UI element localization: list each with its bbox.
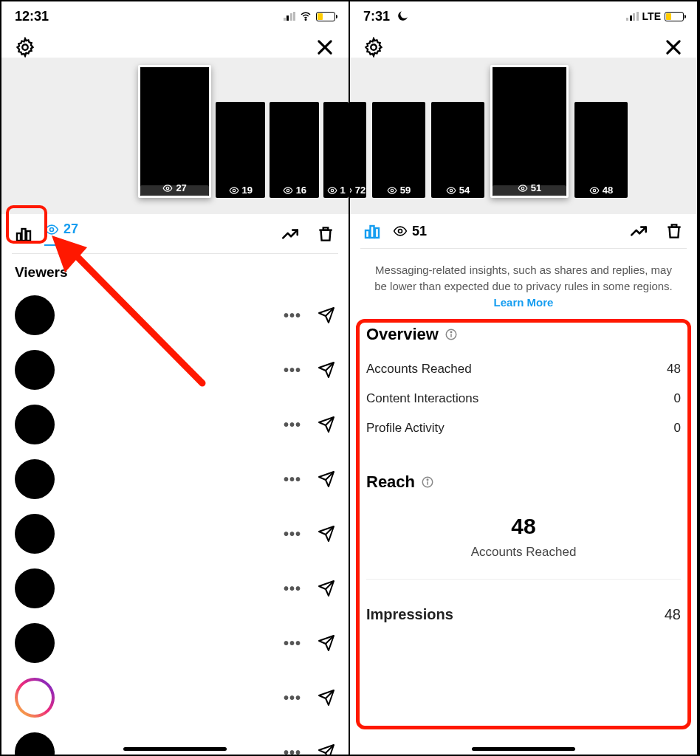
send-icon[interactable] xyxy=(318,361,335,379)
story-thumb[interactable]: 27 xyxy=(138,65,211,198)
avatar[interactable] xyxy=(15,732,55,755)
more-icon[interactable]: ••• xyxy=(284,362,301,379)
svg-point-20 xyxy=(521,187,524,190)
story-thumb[interactable]: 51 xyxy=(490,65,569,198)
avatar[interactable] xyxy=(15,405,55,444)
eye-icon xyxy=(393,224,408,238)
status-bar: 12:31 xyxy=(1,1,349,31)
more-icon[interactable]: ••• xyxy=(284,471,301,488)
share-trend-icon[interactable] xyxy=(281,224,300,244)
reach-heading: Reach xyxy=(350,468,697,502)
home-indicator xyxy=(123,747,227,751)
svg-point-25 xyxy=(399,230,402,233)
more-icon[interactable]: ••• xyxy=(284,744,301,755)
svg-point-0 xyxy=(305,19,306,21)
viewer-row[interactable]: ••• xyxy=(1,670,349,725)
trash-icon[interactable] xyxy=(665,221,684,241)
clock: 12:31 xyxy=(15,9,49,24)
story-thumb[interactable]: 54 xyxy=(431,102,484,198)
overview-row[interactable]: Content Interactions0 xyxy=(350,384,697,413)
more-icon[interactable]: ••• xyxy=(284,690,301,707)
privacy-notice: Messaging-related insights, such as shar… xyxy=(350,249,697,320)
story-thumb[interactable]: 59 xyxy=(372,102,425,198)
reach-block: 48 Accounts Reached xyxy=(350,502,697,579)
story-thumb[interactable]: 72 xyxy=(350,102,366,198)
gear-icon[interactable] xyxy=(15,37,35,58)
story-thumb[interactable]: 48 xyxy=(574,102,628,198)
learn-more-link[interactable]: Learn More xyxy=(494,296,554,309)
more-icon[interactable]: ••• xyxy=(284,580,301,597)
more-icon[interactable]: ••• xyxy=(284,416,301,433)
svg-point-28 xyxy=(450,331,452,333)
send-icon[interactable] xyxy=(318,580,335,597)
avatar[interactable] xyxy=(15,568,55,608)
send-icon[interactable] xyxy=(318,525,335,543)
send-icon[interactable] xyxy=(318,743,335,755)
svg-point-11 xyxy=(50,227,54,231)
viewer-row[interactable]: ••• xyxy=(1,397,349,452)
avatar[interactable] xyxy=(15,459,55,499)
send-icon[interactable] xyxy=(318,416,335,433)
battery-icon xyxy=(316,12,335,21)
network-label: LTE xyxy=(642,10,661,22)
viewer-row[interactable]: ••• xyxy=(1,506,349,561)
cell-signal-icon xyxy=(626,12,639,21)
viewer-row[interactable]: ••• xyxy=(1,452,349,506)
close-icon[interactable] xyxy=(663,37,684,58)
svg-line-12 xyxy=(69,249,202,383)
svg-rect-23 xyxy=(371,226,374,238)
story-thumb[interactable]: 19 xyxy=(216,102,265,198)
wifi-icon xyxy=(299,10,312,23)
svg-point-14 xyxy=(371,44,376,49)
insight-tabs: 51 xyxy=(350,214,697,248)
send-icon[interactable] xyxy=(318,634,335,652)
svg-point-31 xyxy=(427,479,428,481)
phone-left: 12:31 2719161 27 xyxy=(1,1,350,755)
story-thumb[interactable]: 16 xyxy=(270,102,319,198)
story-strip[interactable]: 7259545148 xyxy=(350,58,697,214)
reach-sublabel: Accounts Reached xyxy=(350,545,697,560)
svg-point-1 xyxy=(22,44,27,49)
cell-signal-icon xyxy=(284,12,296,21)
reach-number: 48 xyxy=(350,514,697,539)
svg-point-21 xyxy=(593,189,596,192)
story-strip[interactable]: 2719161 xyxy=(1,58,349,214)
svg-point-6 xyxy=(286,189,289,192)
svg-point-7 xyxy=(331,189,334,192)
avatar[interactable] xyxy=(15,678,55,718)
send-icon[interactable] xyxy=(318,470,335,488)
svg-point-5 xyxy=(233,189,236,192)
info-icon[interactable] xyxy=(445,328,458,341)
annotation-highlight-box xyxy=(6,205,47,244)
overview-row[interactable]: Profile Activity0 xyxy=(350,413,697,443)
svg-marker-13 xyxy=(52,236,87,272)
share-trend-icon[interactable] xyxy=(629,221,648,241)
overview-heading: Overview xyxy=(350,320,697,354)
views-tab[interactable]: 51 xyxy=(393,224,427,239)
send-icon[interactable] xyxy=(318,689,335,707)
more-icon[interactable]: ••• xyxy=(284,635,301,652)
info-icon[interactable] xyxy=(421,475,434,489)
gear-icon[interactable] xyxy=(363,37,384,58)
send-icon[interactable] xyxy=(318,306,335,324)
overview-row[interactable]: Accounts Reached48 xyxy=(350,354,697,384)
close-icon[interactable] xyxy=(315,37,335,58)
svg-point-19 xyxy=(450,189,453,192)
battery-icon xyxy=(665,12,684,21)
avatar[interactable] xyxy=(15,514,55,554)
home-indicator xyxy=(472,747,575,751)
status-bar: 7:31 LTE xyxy=(350,1,697,31)
bar-chart-icon[interactable] xyxy=(363,222,381,240)
avatar[interactable] xyxy=(15,623,55,663)
viewer-row[interactable]: ••• xyxy=(1,561,349,616)
svg-rect-22 xyxy=(366,230,369,238)
trash-icon[interactable] xyxy=(316,224,335,244)
impressions-row: Impressions 48 xyxy=(350,599,697,630)
more-icon[interactable]: ••• xyxy=(284,307,301,324)
more-icon[interactable]: ••• xyxy=(284,526,301,543)
clock: 7:31 xyxy=(363,9,390,24)
svg-rect-24 xyxy=(375,228,379,238)
story-thumb[interactable]: 1 xyxy=(323,102,349,198)
annotation-arrow xyxy=(47,236,217,398)
viewer-row[interactable]: ••• xyxy=(1,616,349,670)
